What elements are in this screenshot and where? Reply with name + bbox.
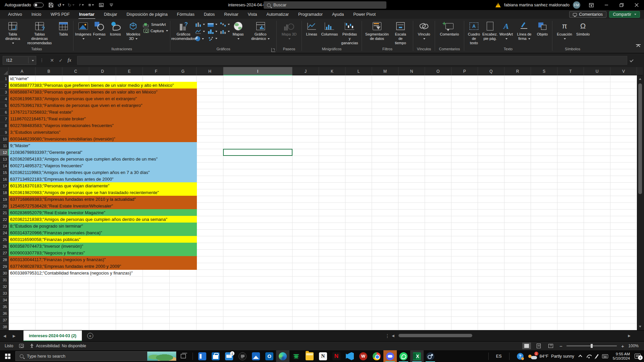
symbol-button[interactable]: Ω Símbolo — [575, 20, 591, 38]
row-header-21[interactable]: 21 — [0, 209, 9, 216]
text-box-button[interactable]: A Cuadro de texto — [466, 20, 482, 46]
menu-tab-revisar[interactable]: Revisar — [220, 11, 242, 18]
language-indicator[interactable]: ES — [496, 354, 502, 359]
column-header-O[interactable]: O — [425, 67, 451, 75]
edge-icon[interactable] — [276, 350, 289, 362]
customize-qat-icon[interactable] — [109, 2, 114, 8]
row-header-37[interactable]: 37 — [0, 317, 9, 323]
zoom-slider[interactable] — [567, 346, 617, 346]
menu-tab-wps-pdf[interactable]: WPS PDF — [47, 11, 74, 18]
row-header-24[interactable]: 24 — [0, 230, 9, 236]
column-header-H[interactable]: H — [197, 67, 223, 75]
row-header-18[interactable]: 18 — [0, 189, 9, 196]
column-chart-button[interactable] — [195, 22, 205, 27]
restore-button[interactable] — [614, 0, 629, 10]
selected-cell-I12[interactable] — [223, 149, 292, 156]
view-page-layout-button[interactable] — [534, 343, 543, 349]
menu-tab-datos[interactable]: Datos — [200, 11, 219, 18]
column-header-J[interactable]: J — [292, 67, 319, 75]
taskbar-clock[interactable]: 9:55 AM 5/10/2024 — [613, 352, 630, 361]
hscroll-right-icon[interactable]: ▶ — [628, 334, 631, 338]
touch-keyboard-icon[interactable] — [602, 354, 608, 358]
accessibility-status[interactable]: Accesibilidad: No disponible — [30, 344, 86, 348]
row-header-13[interactable]: 13 — [0, 156, 9, 163]
warning-icon[interactable] — [495, 3, 501, 7]
help-icon[interactable]: ? — [517, 353, 524, 360]
menu-tab-archivo[interactable]: Archivo — [4, 11, 26, 18]
notification-center-icon[interactable]: 4 — [635, 354, 641, 359]
row-header-11[interactable]: 11 — [0, 142, 9, 149]
weather-widget[interactable]: 1 84°F Partly sunny — [528, 353, 574, 359]
row-header-23[interactable]: 23 — [0, 223, 9, 230]
wordart-button[interactable]: A WordArt — [498, 20, 514, 42]
mail-icon[interactable]: 1 — [222, 350, 236, 362]
sparkline-column-button[interactable]: Columnas — [320, 20, 339, 38]
zoom-level[interactable]: 100% — [628, 344, 639, 348]
hscroll-left-icon[interactable]: ◀ — [392, 334, 394, 338]
netflix-icon[interactable] — [330, 350, 343, 362]
ribbon-display-options-button[interactable] — [584, 0, 599, 10]
formula-input[interactable] — [77, 56, 627, 65]
combo-chart-button[interactable] — [220, 29, 230, 34]
search-highlight-image[interactable] — [147, 352, 176, 361]
save-icon[interactable] — [48, 2, 54, 8]
row-header-35[interactable]: 35 — [0, 303, 9, 310]
row-header-14[interactable]: 14 — [0, 163, 9, 169]
pie-chart-button[interactable] — [195, 36, 205, 41]
screenshot-button[interactable]: Captura — [144, 29, 168, 33]
spotify-icon[interactable] — [289, 350, 303, 362]
row-header-36[interactable]: 36 — [0, 310, 9, 317]
row-header-31[interactable]: 31 — [0, 277, 9, 283]
equation-button[interactable]: π Ecuación — [554, 20, 575, 42]
file-explorer-icon[interactable] — [303, 350, 316, 362]
horizontal-scrollbar[interactable]: ◀ ▶ — [392, 333, 631, 339]
recommended-charts-button[interactable]: Gráficos recomendados — [172, 20, 195, 42]
row-header-3[interactable]: 3 — [0, 89, 9, 96]
sparkline-line-button[interactable]: Líneas — [304, 20, 319, 38]
row-header-1[interactable]: 1 — [0, 75, 9, 82]
menu-tab-dibujar[interactable]: Dibujar — [100, 11, 121, 18]
vscode-icon[interactable] — [343, 350, 357, 362]
sheet-tab[interactable]: intereses-2024-04-03 (2) — [23, 330, 82, 342]
sheet-nav-left-icon[interactable]: ◀ — [0, 334, 9, 338]
row-header-15[interactable]: 15 — [0, 169, 9, 176]
row-header-34[interactable]: 34 — [0, 297, 9, 303]
row-header-6[interactable]: 6 — [0, 109, 9, 116]
column-header-Q[interactable]: Q — [478, 67, 504, 75]
taskbar-search-box[interactable]: Type here to search — [15, 351, 176, 361]
column-header-F[interactable]: F — [143, 67, 170, 75]
undo-icon[interactable]: ↺ — [58, 2, 64, 8]
share-button[interactable]: Compartir — [609, 11, 640, 18]
add-table-icon[interactable] — [89, 2, 94, 8]
column-header-C[interactable]: C — [62, 67, 89, 75]
menu-tab-ayuda[interactable]: Ayuda — [328, 11, 348, 18]
menu-tab-automatizar[interactable]: Automatizar — [262, 11, 293, 18]
grid-canvas[interactable]: id;"name"16085888777383;"Personas que pr… — [0, 75, 637, 330]
area-chart-button[interactable] — [208, 22, 217, 27]
column-header-N[interactable]: N — [398, 67, 425, 75]
pen-icon[interactable] — [595, 354, 598, 358]
whatsapp-icon[interactable] — [397, 350, 410, 362]
pivot-chart-button[interactable]: Gráfico dinámico — [247, 20, 274, 42]
close-button[interactable] — [629, 0, 644, 10]
menu-tab-fórmulas[interactable]: Fórmulas — [173, 11, 199, 18]
sparkline-winloss-button[interactable]: Pérdidas y ganancias — [340, 20, 360, 46]
movies-tv-icon[interactable] — [196, 350, 209, 362]
avatar[interactable]: FM — [573, 1, 580, 9]
cancel-entry-icon[interactable]: ✕ — [48, 56, 56, 65]
row-header-16[interactable]: 16 — [0, 176, 9, 183]
column-header-B[interactable]: B — [36, 67, 62, 75]
sheet-nav-right-icon[interactable]: ▶ — [9, 334, 19, 338]
view-page-break-button[interactable] — [546, 343, 555, 349]
menu-tab-power-pivot[interactable]: Power Pivot — [349, 11, 380, 18]
maps-button[interactable]: Mapas — [230, 20, 246, 42]
zoom-in-icon[interactable]: + — [620, 343, 625, 349]
zoom-slider-thumb[interactable] — [591, 344, 593, 348]
column-header-R[interactable]: R — [504, 67, 531, 75]
table-button[interactable]: Tabla — [56, 20, 71, 38]
zoom-out-icon[interactable]: − — [558, 343, 563, 349]
redo-icon[interactable]: ↻ — [68, 2, 74, 8]
row-header-38[interactable]: 38 — [0, 323, 9, 330]
row-header-22[interactable]: 22 — [0, 216, 9, 223]
chrome-icon[interactable] — [370, 350, 383, 362]
